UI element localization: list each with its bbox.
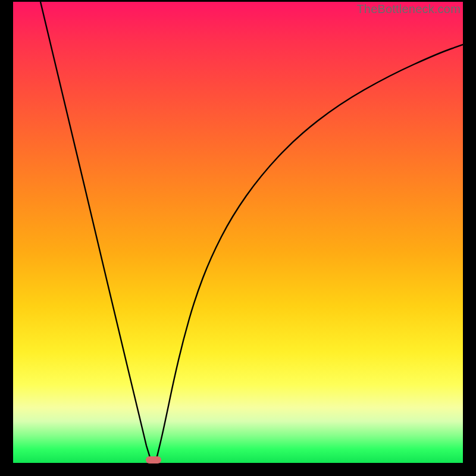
plot-area bbox=[13, 2, 463, 463]
curve-left-branch bbox=[40, 2, 151, 461]
optimum-marker bbox=[146, 456, 161, 464]
figure-frame: TheBottleneck.com bbox=[0, 0, 476, 476]
curve-right-branch bbox=[156, 45, 463, 461]
bottleneck-curve bbox=[13, 2, 463, 463]
watermark-text: TheBottleneck.com bbox=[356, 2, 461, 16]
